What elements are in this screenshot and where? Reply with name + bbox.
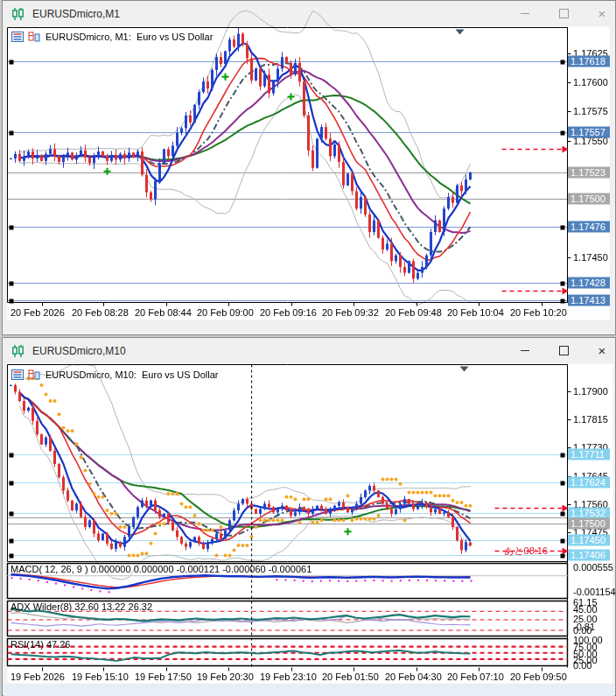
current-price-label: 1.17500 bbox=[568, 193, 610, 205]
time-axis-label: 20 Feb 09:00 bbox=[197, 307, 254, 318]
time-axis-label: 19 Feb 2026 bbox=[10, 671, 65, 682]
rsi-label: RSI(14) 47.26 bbox=[10, 639, 70, 650]
macd-scale-label: -0.001154 bbox=[573, 587, 616, 597]
indicator-chart-icon[interactable] bbox=[28, 369, 41, 380]
time-axis-label: 19 Feb 20:30 bbox=[197, 671, 254, 682]
chart-caption-text: EURUSDmicro, M1: Euro vs US Dollar bbox=[46, 32, 213, 42]
level-price-label: 1.17406 bbox=[568, 549, 610, 560]
level-price-label: 1.17413 bbox=[568, 295, 610, 306]
rsi-scale-label: 0.00 bbox=[573, 660, 592, 671]
current-price-label: 1.17523 bbox=[568, 166, 610, 178]
time-axis-label: 19 Feb 15:10 bbox=[72, 671, 129, 682]
price-tick-label: 1.17575 bbox=[573, 106, 608, 116]
time-axis-label: 20 Feb 09:48 bbox=[385, 307, 442, 318]
level-price-label: 1.17624 bbox=[568, 477, 610, 489]
time-axis-label: 19 Feb 17:50 bbox=[135, 671, 192, 682]
time-axis-label: 20 Feb 2026 bbox=[10, 307, 65, 318]
time-axis-label: 20 Feb 01:50 bbox=[322, 671, 379, 682]
time-axis-label: 20 Feb 09:32 bbox=[322, 307, 379, 318]
level-price-label: 1.17557 bbox=[568, 127, 610, 138]
level-price-label: 1.17618 bbox=[568, 56, 610, 67]
level-price-label: 1.17476 bbox=[568, 221, 610, 233]
window-bottom-strip bbox=[4, 684, 614, 696]
time-axis-label: 20 Feb 07:10 bbox=[447, 671, 504, 682]
time-axis-label: 20 Feb 04:30 bbox=[385, 671, 442, 682]
time-axis-label: 20 Feb 09:50 bbox=[510, 671, 567, 682]
time-axis-label: 20 Feb 09:16 bbox=[260, 307, 317, 318]
price-tick-label: 1.17815 bbox=[573, 414, 608, 425]
level-price-label: 1.17711 bbox=[568, 448, 610, 460]
chart-caption-m10: EURUSDmicro, M10: Euro vs US Dollar bbox=[11, 369, 218, 380]
chart-caption-text: EURUSDmicro, M10: Euro vs US Dollar bbox=[46, 369, 218, 380]
time-axis-label: 20 Feb 08:28 bbox=[72, 307, 129, 318]
current-price-label: 1.17500 bbox=[568, 518, 610, 530]
mt5-workspace: { "window_top": { "title": "EURUSDmicro,… bbox=[0, 0, 616, 696]
adx-label: ADX Wilder(8) 32.60 13.22 26.32 bbox=[10, 601, 152, 612]
price-tick-label: 1.17600 bbox=[573, 77, 608, 88]
time-axis-label: 20 Feb 10:04 bbox=[447, 307, 504, 318]
time-axis-label: 20 Feb 08:44 bbox=[135, 307, 192, 318]
level-price-label: 1.17450 bbox=[568, 535, 610, 546]
time-axis-label: 20 Feb 10:20 bbox=[510, 307, 567, 318]
adx-scale-label: 0.00 bbox=[573, 625, 592, 636]
price-tick-label: 1.17450 bbox=[573, 252, 608, 263]
bar-countdown-timer: あと08:16 bbox=[504, 545, 548, 558]
macd-scale-label: 0.000555 bbox=[573, 562, 613, 573]
object-list-icon[interactable] bbox=[11, 32, 24, 42]
chart-caption-m1: EURUSDmicro, M1: Euro vs US Dollar bbox=[11, 32, 213, 42]
level-price-label: 1.17532 bbox=[568, 508, 610, 519]
level-price-label: 1.17428 bbox=[568, 278, 610, 289]
object-list-icon[interactable] bbox=[11, 369, 24, 380]
price-tick-label: 1.17900 bbox=[573, 386, 608, 397]
time-axis-label: 19 Feb 23:10 bbox=[260, 671, 317, 682]
chart-canvas[interactable] bbox=[0, 0, 616, 696]
indicator-chart-icon[interactable] bbox=[28, 32, 41, 42]
macd-label: MACD( 12, 26, 9 ) 0.000000 0.000000 -0.0… bbox=[10, 564, 312, 574]
